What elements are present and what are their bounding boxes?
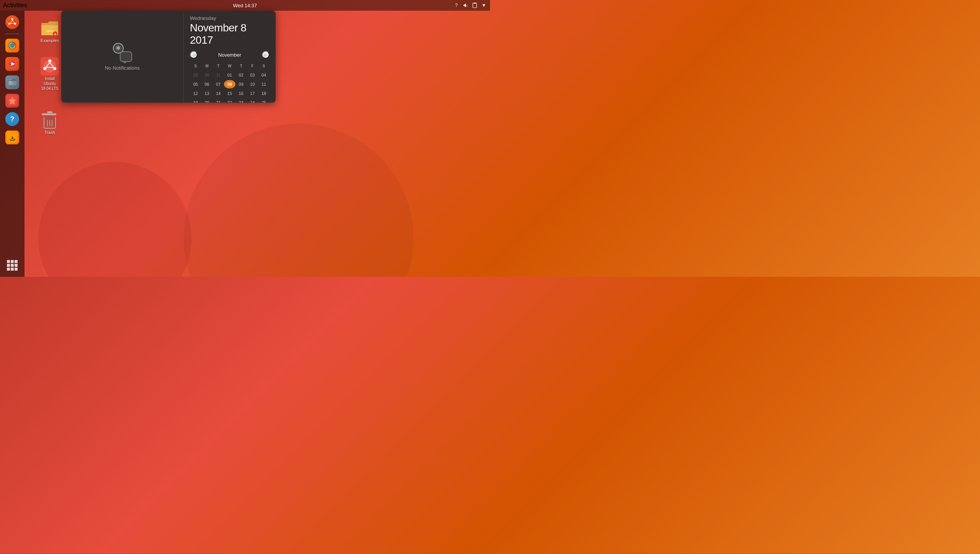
software-icon [5, 94, 19, 108]
cal-day-3-6[interactable]: 25 [258, 98, 270, 103]
desktop-icon-install[interactable]: Install Ubuntu 18.04 LTS [34, 56, 65, 93]
topbar-datetime[interactable]: Wed 14:37 [233, 3, 257, 8]
cal-day-1-3[interactable]: 08 [224, 80, 235, 88]
dock-separator-1 [5, 34, 19, 34]
folder-icon: ★ [41, 19, 59, 37]
dock-item-software[interactable] [3, 92, 21, 109]
cal-header-sun: S [190, 62, 201, 70]
calendar-prev-button[interactable]: ◀ [190, 51, 198, 59]
calendar-week-2: 05060708091011 [190, 80, 270, 88]
calendar-week-1: 29303101020304 [190, 71, 270, 79]
cal-header-sat: S [258, 62, 270, 70]
no-notifications-text: No Notifications [105, 65, 140, 71]
cal-day-0-6[interactable]: 04 [258, 71, 270, 79]
calendar-week-3: 12131415161718 [190, 89, 270, 98]
dropdown-icon[interactable]: ▼ [481, 2, 487, 8]
calendar-month-name: November [218, 52, 241, 58]
help-icon: ? [5, 112, 19, 126]
svg-text:★: ★ [54, 33, 57, 36]
cal-day-1-0[interactable]: 05 [190, 80, 201, 88]
cal-day-2-6[interactable]: 18 [258, 89, 270, 98]
firefox-icon [5, 39, 19, 52]
cal-day-0-3[interactable]: 01 [224, 71, 235, 79]
cal-day-1-4[interactable]: 09 [235, 80, 247, 88]
activities-label[interactable]: Activities [3, 2, 27, 9]
calendar-month-nav: ◀ November ▶ [190, 51, 270, 59]
desktop-icon-trash[interactable]: Trash [34, 109, 65, 137]
svg-rect-0 [473, 3, 477, 8]
cal-day-1-2[interactable]: 07 [212, 80, 224, 88]
dock-bottom [3, 257, 21, 274]
dock: ? a [0, 11, 24, 277]
calendar-area: Wednesday November 8 2017 ◀ November ▶ S… [184, 11, 276, 103]
cal-day-0-0[interactable]: 29 [190, 71, 201, 79]
cal-day-2-3[interactable]: 15 [224, 89, 235, 98]
cal-header-wed: W [224, 62, 235, 70]
install-ubuntu-label: Install Ubuntu 18.04 LTS [41, 76, 58, 91]
svg-rect-1 [474, 3, 476, 4]
dock-item-ubuntu[interactable] [3, 14, 21, 31]
examples-label: Examples [41, 38, 59, 43]
cal-header-tue: T [212, 62, 224, 70]
dock-item-appgrid[interactable] [3, 257, 21, 274]
cal-day-3-1[interactable]: 20 [201, 98, 213, 103]
calendar-header-row: S M T W T F S [190, 62, 270, 70]
dock-item-files[interactable] [3, 74, 21, 91]
dock-item-rhythmbox[interactable] [3, 56, 21, 72]
cal-day-3-5[interactable]: 24 [247, 98, 258, 103]
volume-icon[interactable] [462, 2, 469, 8]
question-icon[interactable]: ? [453, 2, 459, 8]
cal-day-2-4[interactable]: 16 [235, 89, 247, 98]
svg-point-24 [43, 67, 46, 70]
cal-day-1-1[interactable]: 06 [201, 80, 213, 88]
cal-day-2-5[interactable]: 17 [247, 89, 258, 98]
topbar-left: Activities [3, 2, 27, 9]
cal-header-thu: T [235, 62, 247, 70]
svg-point-25 [53, 67, 56, 70]
dock-item-help[interactable]: ? [3, 111, 21, 127]
cal-header-fri: F [247, 62, 258, 70]
cal-day-0-2[interactable]: 31 [212, 71, 224, 79]
dock-item-amazon[interactable]: a [3, 129, 21, 146]
install-ubuntu-icon [41, 57, 59, 75]
calendar-day-name: Wednesday [190, 15, 270, 21]
svg-point-23 [48, 59, 51, 62]
calendar-next-button[interactable]: ▶ [262, 51, 270, 59]
calendar-grid: S M T W T F S 29303101020304050607080910… [190, 62, 270, 103]
cal-day-3-3[interactable]: 22 [224, 98, 235, 103]
svg-rect-14 [9, 84, 13, 85]
topbar: Activities Wed 14:37 ? ▼ [0, 0, 490, 11]
notifications-area: ✱ No Notifications [61, 11, 184, 103]
calendar-date-display: November 8 2017 [190, 22, 270, 46]
rhythmbox-icon [5, 57, 19, 71]
cal-day-3-2[interactable]: 21 [212, 98, 224, 103]
cal-day-3-4[interactable]: 23 [235, 98, 247, 103]
notification-bubble-icon [120, 51, 132, 62]
cal-day-1-6[interactable]: 11 [258, 80, 270, 88]
calendar-week-4: 19202122232425 [190, 98, 270, 103]
amazon-icon: a [5, 131, 19, 144]
cal-day-3-0[interactable]: 19 [190, 98, 201, 103]
trash-icon [41, 111, 59, 129]
cal-day-0-4[interactable]: 02 [235, 71, 247, 79]
svg-rect-12 [9, 82, 12, 82]
dock-item-firefox[interactable] [3, 37, 21, 54]
cal-day-2-1[interactable]: 13 [201, 89, 213, 98]
svg-point-3 [11, 18, 13, 20]
svg-rect-13 [9, 83, 13, 83]
trash-label: Trash [44, 130, 55, 135]
desktop-icon-examples[interactable]: ★ Examples [34, 17, 65, 45]
cal-day-0-5[interactable]: 03 [247, 71, 258, 79]
cal-day-2-0[interactable]: 12 [190, 89, 201, 98]
no-notifications-icon: ✱ [113, 43, 132, 62]
topbar-right: ? ▼ [453, 2, 487, 8]
clipboard-icon[interactable] [472, 2, 478, 8]
cal-day-0-1[interactable]: 30 [201, 71, 213, 79]
cal-header-mon: M [201, 62, 213, 70]
svg-text:a: a [11, 135, 13, 140]
appgrid-icon [5, 258, 19, 272]
notification-calendar-panel: ✱ No Notifications Wednesday November 8 … [61, 11, 276, 103]
cal-day-1-5[interactable]: 10 [247, 80, 258, 88]
cal-day-2-2[interactable]: 14 [212, 89, 224, 98]
svg-rect-18 [46, 31, 54, 31]
